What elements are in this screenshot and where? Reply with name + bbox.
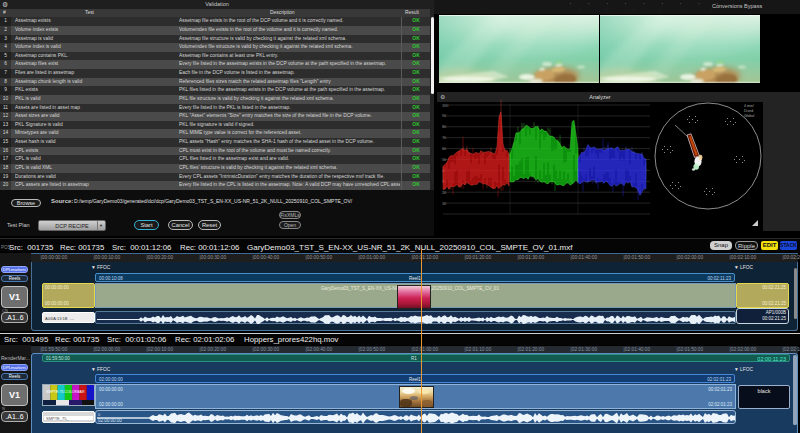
svg-text:20: 20 [442, 191, 446, 195]
svg-text:10: 10 [442, 202, 446, 206]
svg-text:70: 70 [442, 136, 446, 140]
svg-text:Global: Global [744, 114, 755, 118]
svg-text:100: 100 [442, 104, 448, 108]
svg-text:90: 90 [442, 114, 446, 118]
svg-text:50: 50 [442, 158, 446, 162]
svg-text:60: 60 [442, 147, 446, 151]
svg-text:80: 80 [442, 125, 446, 129]
svg-text:SMPTE 75 COLORBAR: SMPTE 75 COLORBAR [46, 390, 85, 394]
svg-text:4 min/: 4 min/ [744, 104, 754, 108]
svg-text:Dived: Dived [744, 109, 753, 113]
